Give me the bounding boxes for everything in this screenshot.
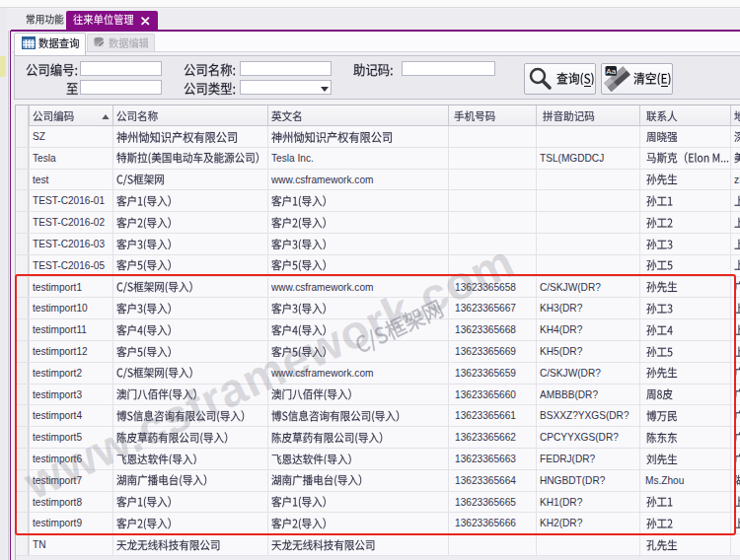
- svg-text:Aa: Aa: [606, 67, 616, 76]
